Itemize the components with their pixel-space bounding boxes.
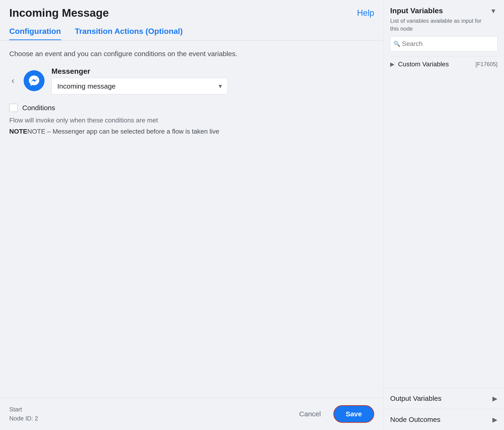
flow-note: Flow will invoke only when these conditi… — [9, 117, 374, 124]
help-link[interactable]: Help — [357, 8, 374, 18]
note-text: NOTENOTE – Messenger app can be selected… — [9, 128, 374, 135]
sidebar-bottom: Output Variables ▶ Node Outcomes ▶ — [384, 388, 504, 430]
conditions-checkbox[interactable] — [9, 104, 18, 112]
node-outcomes-arrow-icon: ▶ — [492, 416, 497, 423]
tabs-bar: Configuration Transition Actions (Option… — [0, 23, 383, 41]
footer-node-info: Start Node ID: 2 — [9, 405, 38, 423]
node-id-label: Node ID: 2 — [9, 414, 38, 423]
back-button[interactable]: ‹ — [9, 73, 17, 88]
custom-variables-left: ▶ Custom Variables — [390, 61, 449, 68]
messenger-svg-icon — [28, 74, 40, 87]
sidebar-header: Input Variables List of variables availa… — [384, 0, 504, 36]
custom-variables-badge: [F17605] — [476, 61, 497, 67]
conditions-label: Conditions — [22, 104, 55, 112]
search-icon: 🔍 — [393, 41, 400, 47]
output-variables-arrow-icon: ▶ — [492, 395, 497, 403]
save-button[interactable]: Save — [333, 405, 374, 423]
custom-variables-section[interactable]: ▶ Custom Variables [F17605] — [390, 56, 497, 72]
event-row: ‹ Messenger Incoming message ▼ — [9, 67, 374, 94]
custom-variables-arrow-icon: ▶ — [390, 61, 394, 67]
event-select-wrapper: Incoming message ▼ — [52, 78, 228, 94]
node-outcomes-label: Node Outcomes — [390, 416, 441, 423]
main-panel: Incoming Message Help Configuration Tran… — [0, 0, 383, 430]
page-title: Incoming Message — [9, 7, 109, 19]
messenger-icon — [24, 70, 45, 91]
output-variables-section[interactable]: Output Variables ▶ — [384, 388, 504, 409]
output-variables-label: Output Variables — [390, 394, 441, 403]
header: Incoming Message Help — [0, 0, 383, 23]
right-sidebar: Input Variables List of variables availa… — [383, 0, 504, 430]
search-box: 🔍 — [390, 36, 497, 52]
sidebar-header-text: Input Variables List of variables availa… — [390, 7, 489, 32]
tab-transition-actions[interactable]: Transition Actions (Optional) — [75, 23, 183, 40]
sidebar-title: Input Variables — [390, 7, 489, 15]
tab-configuration[interactable]: Configuration — [9, 23, 61, 40]
content-area: Choose an event and you can configure co… — [0, 41, 383, 398]
footer-actions: Cancel Save — [292, 405, 374, 423]
cancel-button[interactable]: Cancel — [292, 406, 328, 422]
sidebar-sections: ▶ Custom Variables [F17605] — [384, 56, 504, 72]
footer: Start Node ID: 2 Cancel Save — [0, 398, 383, 430]
sidebar-collapse-button[interactable]: ▼ — [489, 7, 497, 16]
sidebar-description: List of variables available as input for… — [390, 17, 489, 32]
event-label: Messenger — [52, 67, 228, 76]
event-config: Messenger Incoming message ▼ — [52, 67, 228, 94]
event-type-select[interactable]: Incoming message — [52, 78, 228, 94]
search-input[interactable] — [390, 36, 497, 52]
content-description: Choose an event and you can configure co… — [9, 50, 374, 58]
conditions-row: Conditions — [9, 104, 374, 112]
custom-variables-label: Custom Variables — [398, 61, 449, 68]
node-outcomes-section[interactable]: Node Outcomes ▶ — [384, 409, 504, 430]
node-start-label: Start — [9, 405, 38, 414]
